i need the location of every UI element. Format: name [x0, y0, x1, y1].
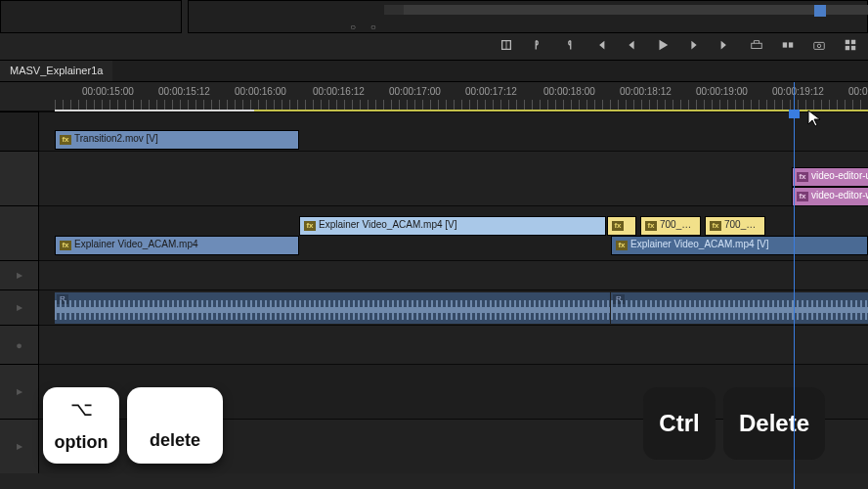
fx-badge-icon: fx: [710, 221, 721, 231]
expand-icon[interactable]: ▶: [17, 387, 22, 396]
clip-label: Explainer Video_ACAM.mp4 [V]: [630, 239, 769, 249]
fx-badge-icon: fx: [60, 241, 71, 250]
track-v2[interactable]: fxvideo-editor-using pro fxvideo-editor-…: [39, 151, 868, 205]
clip-video-editor-1[interactable]: fxvideo-editor-using pro: [792, 167, 868, 187]
timeline-playhead[interactable]: [794, 82, 795, 489]
mark-in-icon[interactable]: [530, 37, 545, 53]
fx-badge-icon: fx: [797, 172, 808, 182]
track-header-v1[interactable]: [0, 205, 39, 260]
step-forward-icon[interactable]: [686, 37, 702, 53]
timecode-label: 00:00: [848, 86, 868, 97]
clip-label: Transition2.mov [V]: [74, 133, 158, 144]
timecode-label: 00:00:16:00: [235, 86, 286, 97]
track-a1[interactable]: R R: [39, 289, 868, 325]
track-header-v2[interactable]: [0, 151, 39, 205]
program-scrubber[interactable]: [384, 5, 859, 15]
track-a2[interactable]: [39, 325, 868, 364]
keycap-label: delete: [150, 430, 200, 451]
fx-badge-icon: fx: [60, 135, 71, 145]
scrub-playhead[interactable]: [814, 5, 826, 17]
sequence-tab-row: MASV_Explainer1a: [0, 61, 868, 82]
svg-rect-3: [814, 42, 825, 49]
fx-badge-icon: fx: [304, 221, 316, 231]
svg-rect-6: [851, 40, 855, 44]
clip-yellow-1[interactable]: fx: [607, 216, 636, 236]
clip-transition2[interactable]: fxTransition2.mov [V]: [55, 130, 299, 150]
track-header-a4[interactable]: ▶: [0, 364, 39, 419]
fx-badge-icon: fx: [616, 241, 628, 250]
svg-rect-2: [789, 42, 793, 47]
mark-out-icon[interactable]: [561, 37, 577, 53]
expand-icon[interactable]: ▶: [17, 271, 22, 280]
timecode-label: 00:00:15:12: [158, 86, 210, 97]
clip-label: Explainer Video_ACAM.mp4 [V]: [319, 219, 457, 230]
clip-label: video-editor-working-: [811, 190, 868, 200]
svg-rect-8: [851, 46, 855, 50]
clip-explainer-v0a[interactable]: fxExplainer Video_ACAM.mp4: [55, 236, 299, 255]
keycap-ctrl: Ctrl: [643, 387, 716, 460]
clip-video-editor-2[interactable]: fxvideo-editor-working-: [792, 187, 868, 206]
timecode-label: 00:00:18:12: [620, 86, 672, 97]
mic-icon: ●: [16, 339, 22, 351]
clip-label: 700_F_35: [724, 219, 765, 230]
export-frame-icon[interactable]: [811, 37, 827, 53]
svg-rect-0: [752, 43, 762, 48]
keycap-label: Ctrl: [659, 410, 699, 437]
insert-icon[interactable]: [499, 37, 514, 53]
fx-badge-icon: fx: [612, 221, 624, 231]
clip-yellow-2[interactable]: fx700_F_35: [640, 216, 701, 236]
svg-rect-7: [846, 46, 849, 50]
timecode-label: 00:00:17:12: [465, 86, 517, 97]
go-to-out-icon[interactable]: [717, 37, 733, 53]
svg-point-4: [817, 44, 821, 48]
time-ruler[interactable]: 00:00:15:0000:00:15:1200:00:16:0000:00:1…: [0, 82, 868, 111]
track-header-a3[interactable]: ●: [0, 325, 39, 364]
track-header-a1[interactable]: ▶: [0, 260, 39, 289]
audio-clip-3[interactable]: R: [611, 292, 868, 324]
timecode-label: 00:00:17:00: [389, 86, 441, 97]
playhead-marker-icon[interactable]: [789, 110, 800, 118]
waveform-icon: [611, 300, 868, 320]
option-symbol-icon: ⌥: [70, 399, 93, 419]
fx-badge-icon: fx: [797, 192, 808, 201]
clip-label: video-editor-using pro: [811, 170, 868, 181]
timecode-label: 00:00:19:00: [696, 86, 748, 97]
keycap-label: option: [55, 432, 108, 453]
go-to-in-icon[interactable]: [592, 37, 608, 53]
audio-clip-2[interactable]: [299, 292, 610, 324]
clip-label: 700_F_35: [660, 219, 701, 230]
sequence-tab[interactable]: MASV_Explainer1a: [0, 61, 112, 81]
clip-explainer-v0b[interactable]: fxExplainer Video_ACAM.mp4 [V]: [611, 236, 868, 255]
track-v1[interactable]: fx fx700_F_35 fx700_F_35 fxExplainer Vid…: [39, 205, 868, 260]
timecode-label: 00:00:15:00: [82, 86, 134, 97]
timecode-label: 00:00:16:12: [313, 86, 365, 97]
lift-icon[interactable]: [749, 37, 764, 53]
track-header-a2[interactable]: ▶: [0, 289, 39, 325]
waveform-icon: [299, 300, 610, 320]
expand-icon[interactable]: ▶: [17, 303, 22, 312]
expand-icon[interactable]: ▶: [17, 442, 22, 451]
audio-clip-1[interactable]: R: [55, 292, 299, 324]
timecode-label: 00:00:18:00: [543, 86, 595, 97]
source-monitor-panel: [0, 0, 182, 33]
fx-badge-icon: fx: [645, 221, 657, 231]
clip-yellow-3[interactable]: fx700_F_35: [705, 216, 765, 236]
step-back-icon[interactable]: [624, 37, 639, 53]
clip-label: Explainer Video_ACAM.mp4: [74, 239, 198, 249]
extract-icon[interactable]: [780, 37, 796, 53]
button-editor-icon[interactable]: [843, 37, 858, 53]
play-icon[interactable]: [655, 37, 671, 53]
keycap-option: ⌥ option: [43, 387, 119, 464]
track-v3[interactable]: fxTransition2.mov [V]: [39, 111, 868, 151]
keycap-label: Delete: [739, 410, 809, 437]
transport-bar: [499, 37, 858, 53]
track-header-v3[interactable]: [0, 111, 39, 151]
keycap-delete-mac: delete: [127, 387, 223, 464]
track-header-a5[interactable]: ▶: [0, 419, 39, 473]
svg-rect-1: [783, 42, 787, 47]
zoom-dots: ○ ○: [350, 22, 382, 32]
mouse-cursor-icon: [807, 110, 821, 127]
svg-rect-5: [846, 40, 849, 44]
clip-explainer-v1[interactable]: fxExplainer Video_ACAM.mp4 [V]: [299, 216, 606, 236]
waveform-icon: [55, 300, 299, 320]
